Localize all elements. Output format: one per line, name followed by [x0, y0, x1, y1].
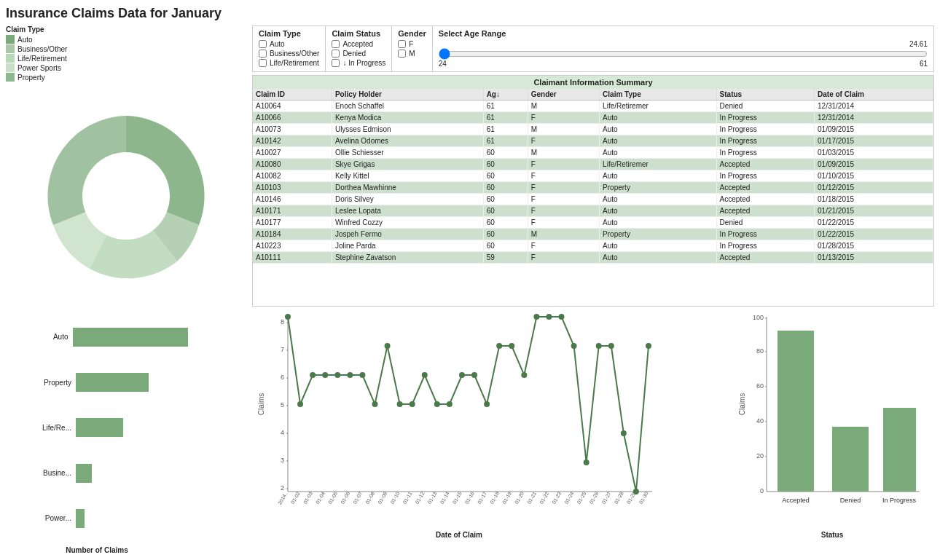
col-gender[interactable]: Gender — [528, 89, 599, 100]
col-claim-type[interactable]: Claim Type — [600, 89, 717, 100]
line-dot — [471, 372, 477, 378]
filter-life[interactable]: Life/Retirement — [259, 59, 319, 67]
table-cell: A10073 — [253, 124, 332, 135]
age-range-slider[interactable] — [439, 48, 928, 60]
svg-text:60: 60 — [756, 382, 764, 390]
legend-item-property: Property — [6, 73, 246, 82]
line-dot — [608, 343, 614, 349]
legend-label-business: Business/Other — [17, 45, 67, 53]
line-dot — [397, 401, 403, 407]
table-row: A10082Kelly Kittel60FAutoIn Progress01/1… — [253, 170, 933, 182]
table-cell: In Progress — [716, 124, 814, 135]
line-dot — [533, 314, 539, 320]
gender-title: Gender — [398, 29, 426, 38]
line-dot — [546, 314, 552, 320]
x-axis-label: 01-02 — [290, 491, 301, 505]
hbar-row: Busine... — [35, 464, 188, 483]
filter-business[interactable]: Business/Other — [259, 50, 319, 58]
table-cell: Life/Retiremer — [600, 159, 717, 170]
table-cell: 60 — [483, 159, 528, 170]
age-range-value: 24.61 — [439, 40, 928, 48]
col-age[interactable]: Ag↓ — [483, 89, 528, 100]
hbar-fill — [76, 418, 123, 437]
legend-label-life: Life/Retirement — [17, 55, 67, 63]
table-cell: 60 — [483, 217, 528, 229]
col-status[interactable]: Status — [716, 89, 814, 100]
checkbox-female[interactable] — [398, 40, 406, 48]
checkbox-business[interactable] — [259, 50, 267, 58]
legend-item-business: Business/Other — [6, 44, 246, 53]
table-cell: M — [528, 229, 599, 240]
table-cell: Auto — [600, 135, 717, 147]
legend-color-auto — [6, 35, 15, 44]
x-axis-label: 01-21 — [526, 491, 537, 505]
table-cell: 60 — [483, 147, 528, 159]
checkbox-auto[interactable] — [259, 40, 267, 48]
line-path — [288, 317, 649, 492]
table-cell: F — [528, 205, 599, 217]
hbar-label: Life/Re... — [35, 424, 71, 432]
line-dot — [559, 314, 565, 320]
legend-color-property — [6, 73, 15, 82]
line-dot — [459, 372, 465, 378]
legend-label-power: Power Sports — [17, 64, 61, 72]
table-cell: Accepted — [716, 194, 814, 205]
line-dot — [410, 401, 415, 407]
table-row: A10103Dorthea Mawhinne60FPropertyAccepte… — [253, 182, 933, 194]
checkbox-in-progress[interactable] — [332, 59, 340, 67]
line-dot — [621, 430, 627, 436]
table-cell: Property — [600, 182, 717, 194]
claim-type-filter: Claim Type Auto Business/Other Life/Reti… — [253, 26, 326, 71]
status-bar-svg: Claims 0 20 40 60 80 100 Accepted Denied — [737, 309, 927, 528]
line-dot — [484, 401, 490, 407]
table-cell: Auto — [600, 112, 717, 124]
line-dot — [359, 372, 365, 378]
legend-item-auto: Auto — [6, 35, 246, 44]
x-axis-label: 01-18 — [489, 491, 500, 505]
table-cell: A10103 — [253, 182, 332, 194]
line-dot — [596, 343, 602, 349]
table-cell: Skye Grigas — [332, 159, 483, 170]
table-row: A10111Stephine Zavatson59FAutoAccepted01… — [253, 252, 933, 264]
filter-male[interactable]: M — [398, 50, 426, 58]
checkbox-life[interactable] — [259, 59, 267, 67]
x-axis-label: 01-11 — [402, 491, 413, 505]
filter-accepted[interactable]: Accepted — [332, 40, 385, 48]
bottom-bar-chart-title: Number of Claims — [66, 546, 128, 554]
filter-in-progress[interactable]: ↓ In Progress — [332, 59, 385, 67]
filter-female[interactable]: F — [398, 40, 426, 48]
line-dot — [646, 343, 651, 349]
svg-text:2: 2 — [281, 484, 284, 492]
legend-color-life — [6, 54, 15, 63]
filter-denied[interactable]: Denied — [332, 50, 385, 58]
table-header-row: Claim ID Policy Holder Ag↓ Gender Claim … — [253, 89, 933, 100]
line-chart-svg: Claims 8 7 6 5 4 3 2 2014..01-0201-0301-… — [255, 309, 663, 528]
legend-label-property: Property — [17, 74, 45, 82]
gender-filter: Gender F M — [392, 26, 433, 71]
line-dot — [447, 401, 453, 407]
x-axis-label: 01-05 — [327, 491, 338, 505]
table-cell: Enoch Schaffel — [332, 100, 483, 112]
checkbox-male[interactable] — [398, 50, 406, 58]
hbar-label: Busine... — [35, 469, 71, 477]
line-dot — [334, 372, 340, 378]
filter-auto[interactable]: Auto — [259, 40, 319, 48]
table-cell: Accepted — [716, 182, 814, 194]
table-cell: In Progress — [716, 240, 814, 252]
bottom-bar-chart: AutoPropertyLife/Re...Busine...Power... … — [6, 309, 188, 554]
claims-table: Claim ID Policy Holder Ag↓ Gender Claim … — [253, 89, 933, 264]
checkbox-accepted[interactable] — [332, 40, 340, 48]
table-cell: 01/03/2015 — [815, 147, 933, 159]
col-policy-holder[interactable]: Policy Holder — [332, 89, 483, 100]
table-cell: 12/31/2014 — [815, 112, 933, 124]
x-axis-label: 01-15 — [452, 491, 463, 505]
checkbox-denied[interactable] — [332, 50, 340, 58]
x-axis-label: 2014.. — [277, 491, 289, 505]
col-date[interactable]: Date of Claim — [815, 89, 933, 100]
table-cell: 61 — [483, 100, 528, 112]
table-cell: 01/13/2015 — [815, 252, 933, 264]
line-dot — [584, 460, 590, 465]
col-claim-id[interactable]: Claim ID — [253, 89, 332, 100]
table-cell: F — [528, 170, 599, 182]
table-cell: In Progress — [716, 170, 814, 182]
